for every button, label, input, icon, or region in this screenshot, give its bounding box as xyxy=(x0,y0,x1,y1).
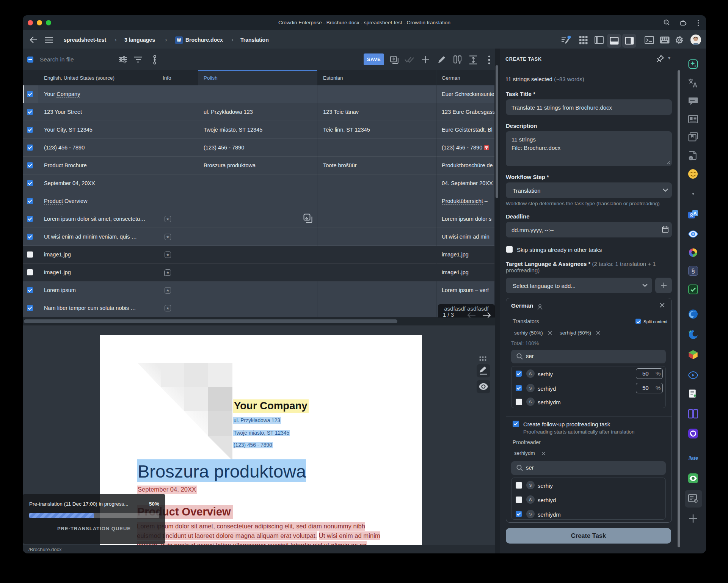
svg-text:A: A xyxy=(693,211,697,215)
